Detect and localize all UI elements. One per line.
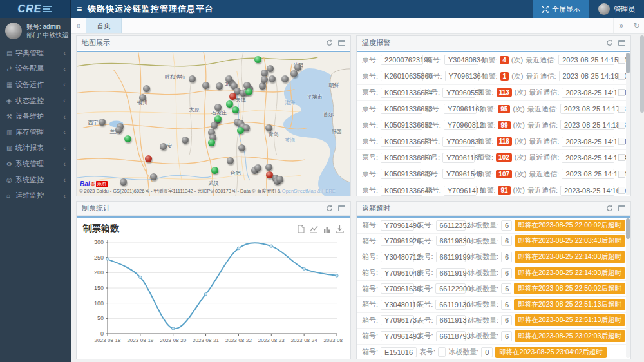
map-marker-red[interactable] xyxy=(266,171,273,178)
refresh-icon[interactable] xyxy=(326,205,333,212)
map-marker-gray[interactable] xyxy=(143,85,150,92)
tabs-scroll-left-icon[interactable]: « xyxy=(71,18,86,33)
temp-alarm-row[interactable]: 票号: K05091336650 箱号: Y70961161 预警: 102 (… xyxy=(357,150,630,166)
temp-alarm-row[interactable]: 票号: K26010635860 箱号: Y70961364 预警: 1 (次)… xyxy=(357,68,630,84)
sidebar-menu-item[interactable]: ⚙ 系统管理 ‹ xyxy=(0,156,71,172)
map-marker-gray[interactable] xyxy=(214,104,222,111)
refresh-icon[interactable] xyxy=(326,39,333,46)
row-checkbox[interactable] xyxy=(618,154,625,161)
tab-home[interactable]: 首页 xyxy=(86,18,122,33)
page-scrollbar[interactable] xyxy=(640,34,644,362)
row-checkbox[interactable] xyxy=(618,89,625,96)
map-marker-gray[interactable] xyxy=(267,65,274,72)
row-checkbox[interactable] xyxy=(618,122,625,129)
map-marker-red[interactable] xyxy=(145,155,152,162)
map-marker-gray[interactable] xyxy=(261,76,268,83)
return-timeout-row[interactable]: 箱号: E151016 表号: 冰板数量: 0 即将在2023-08-25 23… xyxy=(357,345,630,359)
panel-scrollbar[interactable] xyxy=(626,218,630,358)
map-marker-gray[interactable] xyxy=(189,75,196,82)
temp-alarm-row[interactable]: 票号: K05091336654 箱号: Y70960553 预警: 113 (… xyxy=(357,85,630,101)
baidu-map[interactable]: 呼和浩特北京天津太原石家庄银川西宁兰州西安合肥武汉沈阳朝鲜平壤市首尔韩国青岛渤海… xyxy=(77,52,350,196)
map-marker-gray[interactable] xyxy=(120,178,127,186)
map-marker-gray[interactable] xyxy=(294,64,301,71)
bar-chart-icon[interactable] xyxy=(323,225,331,233)
map-marker-gray[interactable] xyxy=(259,82,266,90)
return-timeout-row[interactable]: 箱号: Y70961048 表号: 66119194 冰板数量: 6 即将在20… xyxy=(357,265,630,281)
map-marker-gray[interactable] xyxy=(115,126,122,133)
return-timeout-row[interactable]: 箱号: Y70961636 表号: 66122900 冰板数量: 6 即将在20… xyxy=(357,281,630,297)
map-marker-green[interactable] xyxy=(237,127,244,134)
map-marker-green[interactable] xyxy=(211,167,218,174)
panel-scrollbar[interactable] xyxy=(626,53,630,195)
sidebar-menu-item[interactable]: ⌂ 运维监控 ‹ xyxy=(0,187,71,204)
maximize-window-icon[interactable] xyxy=(618,205,625,211)
page-scrollbar-thumb[interactable] xyxy=(640,35,644,113)
temp-alarm-row[interactable]: 票号: K05091336648 箱号: Y70961419 预警: 91 (次… xyxy=(357,182,630,196)
temp-alarm-row[interactable]: 票号: 220007623199 箱号: Y30480834 预警: 4 (次)… xyxy=(357,52,630,68)
sidebar-menu-item[interactable]: ◈ 状态监控 ‹ xyxy=(0,93,71,109)
map-marker-gray[interactable] xyxy=(276,176,283,183)
map-marker-green[interactable] xyxy=(254,56,261,63)
map-marker-gray[interactable] xyxy=(238,144,245,151)
map-marker-gray[interactable] xyxy=(290,70,298,77)
row-checkbox[interactable] xyxy=(618,57,625,64)
temp-alarm-row[interactable]: 票号: K05091336652 箱号: Y70960812 预警: 99 (次… xyxy=(357,117,630,133)
map-marker-gray[interactable] xyxy=(254,164,261,171)
tabs-refresh-icon[interactable]: ↻ xyxy=(629,18,644,33)
map-marker-gray[interactable] xyxy=(150,173,157,180)
row-checkbox[interactable] xyxy=(618,106,625,113)
sidebar-menu-item[interactable]: ⇄ 设备配属 ‹ xyxy=(0,61,71,77)
return-timeout-row[interactable]: 箱号: Y30480110 表号: 66119130 冰板数量: 6 即将在20… xyxy=(357,297,630,313)
map-marker-gray[interactable] xyxy=(160,143,167,150)
data-view-icon[interactable] xyxy=(297,225,305,233)
map-marker-gray[interactable] xyxy=(265,164,272,171)
row-checkbox[interactable] xyxy=(618,73,625,80)
maximize-window-icon[interactable] xyxy=(338,40,345,46)
hamburger-icon[interactable]: ≡ xyxy=(71,0,88,18)
map-marker-gray[interactable] xyxy=(265,124,272,131)
row-checkbox[interactable] xyxy=(618,138,625,145)
map-marker-gray[interactable] xyxy=(281,75,289,82)
map-marker-green[interactable] xyxy=(232,106,239,113)
sidebar-menu-item[interactable]: ⚒ 设备维护 ‹ xyxy=(0,108,71,124)
line-chart[interactable]: 0501001502002503002023-08-182023-08-1920… xyxy=(83,236,344,357)
download-icon[interactable] xyxy=(336,225,344,233)
return-timeout-row[interactable]: 箱号: Y70961926 表号: 66119830 冰板数量: 6 即将在20… xyxy=(357,234,630,250)
map-marker-gray[interactable] xyxy=(269,75,276,82)
map-marker-green[interactable] xyxy=(208,139,215,146)
return-timeout-row[interactable]: 箱号: Y70961490 表号: 66112352 冰板数量: 6 即将在20… xyxy=(357,218,630,234)
maximize-window-icon[interactable] xyxy=(338,205,345,211)
fullscreen-button[interactable]: 全屏显示 xyxy=(533,0,589,18)
refresh-icon[interactable] xyxy=(606,39,613,46)
tabs-scroll-right-icon[interactable]: » xyxy=(613,18,629,33)
row-checkbox[interactable] xyxy=(618,171,625,178)
sidebar-menu-item[interactable]: ▧ 统计报表 ‹ xyxy=(0,140,71,157)
return-timeout-row[interactable]: 箱号: Y70961737 表号: 66119137 冰板数量: 6 即将在20… xyxy=(357,313,630,329)
line-chart-icon[interactable] xyxy=(310,225,318,233)
map-marker-gray[interactable] xyxy=(139,94,146,101)
return-timeout-row[interactable]: 箱号: Y70961493 表号: 66118793 冰板数量: 6 即将在20… xyxy=(357,329,630,345)
map-marker-green[interactable] xyxy=(124,135,131,142)
map-marker-green[interactable] xyxy=(226,100,233,108)
map-marker-green[interactable] xyxy=(245,88,252,95)
admin-menu[interactable]: 管理员 xyxy=(589,0,644,18)
user-avatar[interactable] xyxy=(5,23,22,39)
map-marker-gray[interactable] xyxy=(202,82,209,89)
sidebar-menu-item[interactable]: ◎ 系统监控 ‹ xyxy=(0,172,71,188)
map-marker-gray[interactable] xyxy=(216,82,223,90)
return-timeout-row[interactable]: 箱号: Y30480712 表号: 66119199 冰板数量: 6 即将在20… xyxy=(357,249,630,265)
sidebar-menu-item[interactable]: ▦ 设备运作 ‹ xyxy=(0,77,71,93)
map-marker-gray[interactable] xyxy=(227,157,234,164)
maximize-window-icon[interactable] xyxy=(618,40,625,46)
map-marker-gray[interactable] xyxy=(211,122,218,129)
map-marker-gray[interactable] xyxy=(99,119,106,126)
temp-alarm-row[interactable]: 票号: K05091336649 箱号: Y70961545 预警: 107 (… xyxy=(357,166,630,182)
sidebar-menu-item[interactable]: ▤ 字典管理 ‹ xyxy=(0,45,71,61)
refresh-icon[interactable] xyxy=(606,205,613,212)
sidebar-menu-item[interactable]: ▥ 库存管理 ‹ xyxy=(0,124,71,140)
map-marker-red[interactable] xyxy=(229,93,236,100)
row-checkbox[interactable] xyxy=(618,187,625,194)
map-marker-gray[interactable] xyxy=(182,137,189,144)
temp-alarm-row[interactable]: 票号: K05091336653 箱号: Y70961162 预警: 95 (次… xyxy=(357,101,630,117)
temp-alarm-row[interactable]: 票号: K05091336651 箱号: Y70960830 预警: 118 (… xyxy=(357,133,630,149)
